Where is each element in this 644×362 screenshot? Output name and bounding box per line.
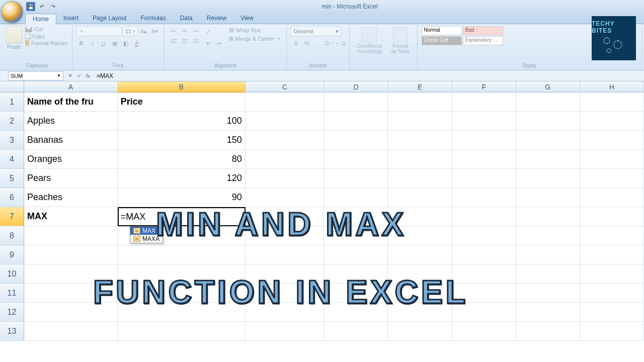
cancel-formula-button[interactable]: ✕ xyxy=(66,72,73,79)
cell-D12[interactable] xyxy=(324,303,388,322)
underline-button[interactable]: U xyxy=(99,38,109,48)
formula-autocomplete[interactable]: fxMAXfxMAXA xyxy=(130,226,163,243)
cell-F12[interactable] xyxy=(452,303,516,322)
cell-H9[interactable] xyxy=(580,245,644,264)
grow-font-button[interactable]: A▴ xyxy=(139,26,149,36)
cell-G4[interactable] xyxy=(516,150,580,169)
cell-D6[interactable] xyxy=(324,188,388,207)
cell-C3[interactable] xyxy=(246,131,324,150)
row-header-5[interactable]: 5 xyxy=(0,169,24,188)
name-box[interactable]: SUM▼ xyxy=(8,71,63,80)
save-icon[interactable]: 💾 xyxy=(26,2,35,11)
cell-H7[interactable] xyxy=(580,207,644,226)
cell-G11[interactable] xyxy=(516,284,580,303)
col-header-A[interactable]: A xyxy=(24,81,118,93)
cell-B1[interactable]: Price xyxy=(118,93,246,112)
cell-D5[interactable] xyxy=(324,169,388,188)
cell-G6[interactable] xyxy=(516,188,580,207)
cell-F2[interactable] xyxy=(452,112,516,131)
tab-data[interactable]: Data xyxy=(173,13,199,24)
row-header-3[interactable]: 3 xyxy=(0,131,24,150)
cut-button[interactable]: Cut xyxy=(25,26,68,32)
cell-B3[interactable]: 150 xyxy=(118,131,246,150)
row-header-6[interactable]: 6 xyxy=(0,188,24,207)
cell-D8[interactable] xyxy=(324,226,388,245)
cell-E2[interactable] xyxy=(388,112,452,131)
tab-page-layout[interactable]: Page Layout xyxy=(86,13,133,24)
percent-button[interactable]: % xyxy=(302,38,312,48)
autocomplete-item-max[interactable]: fxMAX xyxy=(130,227,163,235)
cell-A11[interactable] xyxy=(24,284,118,303)
cell-B11[interactable] xyxy=(118,284,246,303)
redo-icon[interactable]: ↷ xyxy=(48,2,57,11)
border-button[interactable]: ▦ xyxy=(110,38,120,48)
number-format-combo[interactable]: General▾ xyxy=(291,26,341,36)
font-size-combo[interactable]: 11 xyxy=(123,26,138,36)
format-as-table-button[interactable]: Format as Table xyxy=(388,26,413,68)
conditional-formatting-button[interactable]: Conditional Formatting xyxy=(354,26,385,68)
col-header-H[interactable]: H xyxy=(580,81,644,93)
style-bad[interactable]: Bad xyxy=(463,26,503,35)
cell-B10[interactable] xyxy=(118,264,246,284)
cell-F6[interactable] xyxy=(452,188,516,207)
cell-D10[interactable] xyxy=(324,264,388,284)
row-header-13[interactable]: 13 xyxy=(0,322,24,341)
cell-E1[interactable] xyxy=(388,93,452,112)
cell-F11[interactable] xyxy=(452,284,516,303)
cell-D4[interactable] xyxy=(324,150,388,169)
cell-B13[interactable] xyxy=(118,322,246,341)
select-all-corner[interactable] xyxy=(0,81,24,93)
cell-E7[interactable] xyxy=(388,207,452,226)
row-header-8[interactable]: 8 xyxy=(0,226,24,245)
col-header-G[interactable]: G xyxy=(516,81,580,93)
cell-F8[interactable] xyxy=(452,226,516,245)
cell-H13[interactable] xyxy=(580,322,644,341)
cell-C1[interactable] xyxy=(246,93,324,112)
cell-F10[interactable] xyxy=(452,264,516,284)
cell-styles-gallery[interactable]: Normal Bad Check Cell Explanatory ... xyxy=(422,26,503,63)
cell-E11[interactable] xyxy=(388,284,452,303)
cell-G1[interactable] xyxy=(516,93,580,112)
cell-H8[interactable] xyxy=(580,226,644,245)
style-check-cell[interactable]: Check Cell xyxy=(422,36,462,45)
cell-H1[interactable] xyxy=(580,93,644,112)
tab-review[interactable]: Review xyxy=(200,13,233,24)
formula-bar[interactable]: =MAX xyxy=(95,72,644,79)
paste-icon[interactable] xyxy=(6,26,22,43)
cell-A4[interactable]: Oranges xyxy=(24,150,118,169)
cell-A9[interactable] xyxy=(24,245,118,264)
wrap-text-button[interactable]: ▤Wrap Text xyxy=(227,26,283,34)
cell-H5[interactable] xyxy=(580,169,644,188)
cell-H6[interactable] xyxy=(580,188,644,207)
style-explanatory[interactable]: Explanatory ... xyxy=(463,36,503,45)
dec-decimal-button[interactable]: ←.0 xyxy=(335,38,345,48)
cell-B7[interactable]: =MAX xyxy=(118,207,246,226)
cell-A5[interactable]: Pears xyxy=(24,169,118,188)
cell-C13[interactable] xyxy=(246,322,324,341)
style-normal[interactable]: Normal xyxy=(422,26,462,35)
orientation-button[interactable]: ⤢ xyxy=(204,26,214,36)
cell-E13[interactable] xyxy=(388,322,452,341)
cell-C12[interactable] xyxy=(246,303,324,322)
cell-D13[interactable] xyxy=(324,322,388,341)
cell-G12[interactable] xyxy=(516,303,580,322)
inc-decimal-button[interactable]: .0→ xyxy=(324,38,334,48)
tab-home[interactable]: Home xyxy=(25,14,56,24)
row-header-1[interactable]: 1 xyxy=(0,93,24,112)
cell-D7[interactable] xyxy=(324,207,388,226)
cell-G5[interactable] xyxy=(516,169,580,188)
cell-grid[interactable]: Name of the fruPriceApples100Bananas150O… xyxy=(24,93,644,341)
cell-A13[interactable] xyxy=(24,322,118,341)
paste-button[interactable]: Paste xyxy=(7,44,21,50)
cell-G2[interactable] xyxy=(516,112,580,131)
cell-B6[interactable]: 90 xyxy=(118,188,246,207)
cell-F9[interactable] xyxy=(452,245,516,264)
cell-A6[interactable]: Peaches xyxy=(24,188,118,207)
cell-A10[interactable] xyxy=(24,264,118,284)
cell-B2[interactable]: 100 xyxy=(118,112,246,131)
cell-H11[interactable] xyxy=(580,284,644,303)
alignment-grid[interactable] xyxy=(169,26,201,45)
autocomplete-item-maxa[interactable]: fxMAXA xyxy=(130,235,163,243)
cell-H2[interactable] xyxy=(580,112,644,131)
cell-E6[interactable] xyxy=(388,188,452,207)
